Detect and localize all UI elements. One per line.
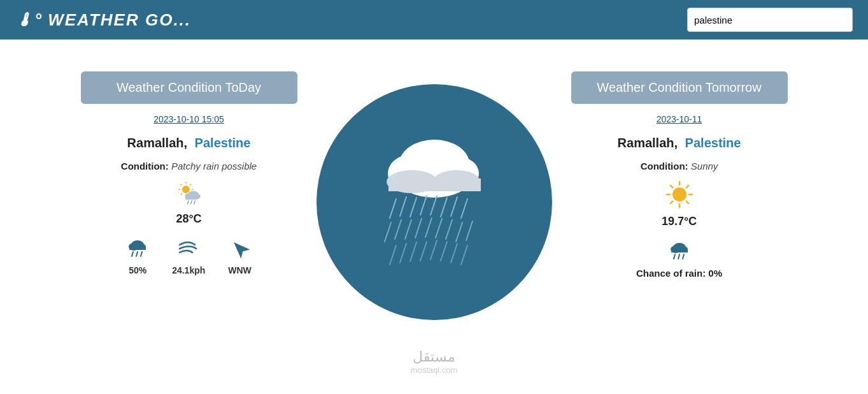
center-weather-illustration: [317, 84, 552, 320]
svg-line-54: [451, 244, 457, 263]
today-location: Ramallah, Palestine: [81, 136, 297, 150]
patchy-rain-icon: [175, 180, 203, 206]
tomorrow-country: Palestine: [685, 136, 741, 150]
svg-line-7: [190, 184, 191, 186]
tomorrow-panel: Weather Condition Tomorrow 2023-10-11 Ra…: [552, 71, 807, 279]
svg-line-38: [461, 199, 467, 218]
svg-rect-19: [129, 247, 146, 250]
svg-line-47: [466, 221, 473, 240]
svg-line-21: [136, 252, 138, 256]
tomorrow-condition-value: Sunny: [691, 161, 718, 171]
svg-rect-30: [388, 179, 481, 191]
svg-line-64: [670, 201, 672, 204]
svg-rect-12: [185, 196, 197, 200]
svg-line-55: [461, 245, 467, 265]
today-datetime[interactable]: 2023-10-10 15:05: [81, 114, 297, 124]
today-wind-value: 24.1kph: [172, 265, 205, 275]
tomorrow-rain-icon: [668, 241, 691, 264]
today-rain-stat: 50%: [126, 238, 149, 275]
today-wind-stat: 24.1kph: [172, 238, 205, 275]
footer-domain: mostaql.com: [411, 365, 458, 375]
footer-watermark: مستقل mostaql.com: [411, 349, 458, 375]
svg-line-14: [190, 201, 192, 204]
svg-line-70: [678, 254, 679, 259]
svg-line-15: [194, 201, 195, 204]
today-condition-label: Condition:: [121, 161, 169, 171]
svg-line-49: [400, 244, 406, 263]
svg-line-40: [395, 220, 401, 239]
today-temperature: 28°C: [81, 212, 297, 226]
logo-text: WEATHER GO...: [48, 10, 191, 30]
svg-line-69: [674, 254, 675, 259]
svg-line-22: [141, 252, 142, 256]
tomorrow-condition-label: Condition:: [641, 161, 688, 171]
tomorrow-panel-title: Weather Condition Tomorrow: [571, 71, 788, 104]
svg-line-48: [390, 245, 396, 265]
svg-line-37: [451, 197, 457, 216]
today-direction-stat: WNW: [228, 238, 252, 275]
app-header: 🌡° WEATHER GO...: [0, 0, 868, 40]
svg-line-41: [405, 220, 411, 239]
tomorrow-city: Ramallah,: [618, 136, 678, 150]
thermometer-icon: 🌡°: [15, 10, 43, 31]
today-condition-value: Patchy rain possible: [171, 161, 257, 171]
today-city: Ramallah,: [127, 136, 187, 150]
svg-line-8: [180, 193, 181, 194]
sun-icon: [665, 180, 694, 208]
today-country: Palestine: [195, 136, 251, 150]
tomorrow-rain-chance-label: Chance of rain: 0%: [636, 268, 722, 279]
svg-point-0: [182, 186, 190, 193]
today-condition: Condition: Patchy rain possible: [81, 161, 297, 171]
today-stats-row: 50% 24.1kph: [81, 238, 297, 275]
svg-line-42: [415, 219, 422, 238]
svg-marker-23: [229, 238, 250, 259]
rain-icon: [126, 238, 149, 261]
today-weather-icon-area: [81, 180, 297, 208]
svg-line-31: [390, 199, 396, 218]
svg-rect-68: [671, 249, 688, 252]
svg-line-45: [446, 220, 452, 239]
svg-line-32: [400, 197, 406, 216]
svg-line-52: [430, 240, 437, 259]
svg-point-56: [672, 187, 687, 201]
svg-line-35: [430, 196, 437, 215]
tomorrow-datetime[interactable]: 2023-10-11: [571, 114, 788, 124]
svg-line-71: [683, 254, 684, 259]
cloud-rain-svg: [345, 113, 523, 291]
svg-line-61: [670, 186, 672, 188]
svg-line-34: [420, 196, 427, 215]
today-rain-value: 50%: [129, 265, 146, 275]
footer-arabic-text: مستقل: [411, 349, 458, 365]
tomorrow-location: Ramallah, Palestine: [571, 136, 788, 150]
svg-line-44: [436, 219, 442, 238]
today-panel: Weather Condition ToDay 2023-10-10 15:05…: [62, 71, 317, 275]
logo: 🌡° WEATHER GO...: [15, 10, 191, 31]
tomorrow-condition: Condition: Sunny: [571, 161, 788, 171]
svg-line-36: [441, 198, 447, 217]
svg-line-5: [180, 184, 181, 186]
svg-line-43: [425, 218, 432, 237]
svg-line-39: [385, 223, 391, 242]
tomorrow-temperature: 19.7°C: [571, 215, 788, 228]
svg-line-62: [686, 201, 688, 204]
svg-line-33: [410, 198, 416, 217]
tomorrow-rain-chance: Chance of rain: 0%: [571, 241, 788, 279]
tomorrow-weather-icon-area: [571, 180, 788, 211]
svg-line-51: [420, 242, 427, 261]
svg-line-46: [456, 223, 462, 242]
svg-line-53: [441, 242, 447, 261]
main-content: Weather Condition ToDay 2023-10-10 15:05…: [0, 40, 868, 394]
direction-icon: [229, 238, 252, 261]
today-direction-value: WNW: [228, 265, 252, 275]
svg-line-63: [686, 186, 688, 188]
svg-line-20: [132, 252, 133, 256]
svg-line-13: [187, 201, 189, 204]
wind-icon: [177, 238, 200, 261]
svg-line-50: [410, 242, 416, 261]
today-panel-title: Weather Condition ToDay: [81, 71, 297, 104]
search-input[interactable]: [687, 8, 853, 32]
